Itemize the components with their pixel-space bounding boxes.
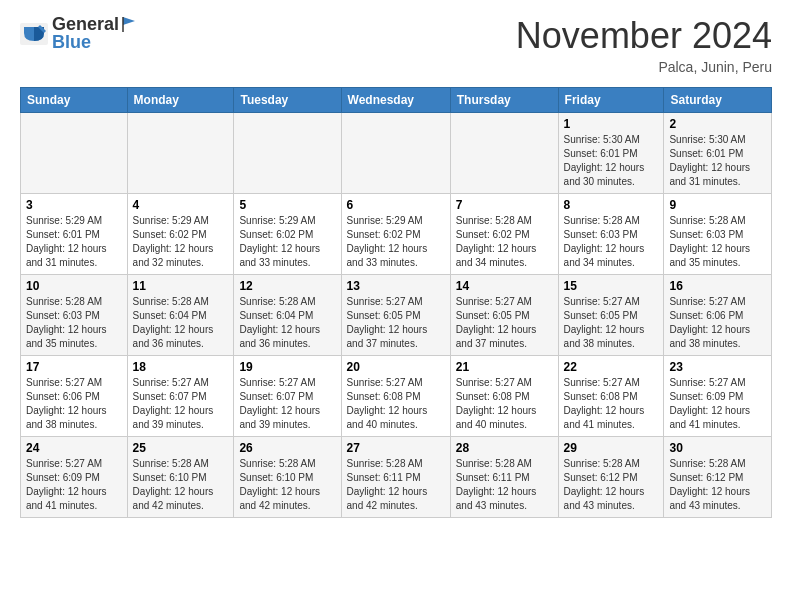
calendar-cell: 22Sunrise: 5:27 AM Sunset: 6:08 PM Dayli… [558,356,664,437]
calendar-cell [341,113,450,194]
day-info: Sunrise: 5:27 AM Sunset: 6:08 PM Dayligh… [564,376,659,432]
calendar-cell: 4Sunrise: 5:29 AM Sunset: 6:02 PM Daylig… [127,194,234,275]
day-number: 14 [456,279,553,293]
calendar-cell [234,113,341,194]
day-number: 9 [669,198,766,212]
calendar-cell: 7Sunrise: 5:28 AM Sunset: 6:02 PM Daylig… [450,194,558,275]
day-info: Sunrise: 5:28 AM Sunset: 6:03 PM Dayligh… [26,295,122,351]
calendar-cell: 13Sunrise: 5:27 AM Sunset: 6:05 PM Dayli… [341,275,450,356]
day-info: Sunrise: 5:30 AM Sunset: 6:01 PM Dayligh… [669,133,766,189]
day-number: 24 [26,441,122,455]
day-info: Sunrise: 5:29 AM Sunset: 6:01 PM Dayligh… [26,214,122,270]
calendar-cell: 25Sunrise: 5:28 AM Sunset: 6:10 PM Dayli… [127,437,234,518]
calendar-cell: 11Sunrise: 5:28 AM Sunset: 6:04 PM Dayli… [127,275,234,356]
day-info: Sunrise: 5:28 AM Sunset: 6:03 PM Dayligh… [669,214,766,270]
day-number: 6 [347,198,445,212]
day-info: Sunrise: 5:28 AM Sunset: 6:10 PM Dayligh… [133,457,229,513]
day-number: 20 [347,360,445,374]
day-info: Sunrise: 5:27 AM Sunset: 6:05 PM Dayligh… [347,295,445,351]
day-number: 27 [347,441,445,455]
day-number: 28 [456,441,553,455]
day-number: 13 [347,279,445,293]
calendar-cell: 28Sunrise: 5:28 AM Sunset: 6:11 PM Dayli… [450,437,558,518]
day-info: Sunrise: 5:29 AM Sunset: 6:02 PM Dayligh… [239,214,335,270]
calendar-week-row: 17Sunrise: 5:27 AM Sunset: 6:06 PM Dayli… [21,356,772,437]
location: Palca, Junin, Peru [516,59,772,75]
day-number: 1 [564,117,659,131]
day-info: Sunrise: 5:28 AM Sunset: 6:11 PM Dayligh… [456,457,553,513]
day-number: 15 [564,279,659,293]
day-of-week-header: Saturday [664,88,772,113]
calendar-cell [127,113,234,194]
day-number: 11 [133,279,229,293]
day-info: Sunrise: 5:27 AM Sunset: 6:09 PM Dayligh… [669,376,766,432]
logo-blue: Blue [52,33,137,53]
calendar-cell: 5Sunrise: 5:29 AM Sunset: 6:02 PM Daylig… [234,194,341,275]
day-of-week-header: Wednesday [341,88,450,113]
day-info: Sunrise: 5:28 AM Sunset: 6:12 PM Dayligh… [669,457,766,513]
day-info: Sunrise: 5:27 AM Sunset: 6:08 PM Dayligh… [347,376,445,432]
day-info: Sunrise: 5:30 AM Sunset: 6:01 PM Dayligh… [564,133,659,189]
calendar-cell: 14Sunrise: 5:27 AM Sunset: 6:05 PM Dayli… [450,275,558,356]
title-section: November 2024 Palca, Junin, Peru [516,15,772,75]
calendar-table: SundayMondayTuesdayWednesdayThursdayFrid… [20,87,772,518]
calendar-cell: 30Sunrise: 5:28 AM Sunset: 6:12 PM Dayli… [664,437,772,518]
calendar-cell [21,113,128,194]
calendar-cell: 24Sunrise: 5:27 AM Sunset: 6:09 PM Dayli… [21,437,128,518]
day-info: Sunrise: 5:29 AM Sunset: 6:02 PM Dayligh… [347,214,445,270]
day-number: 30 [669,441,766,455]
day-number: 23 [669,360,766,374]
logo-flag-icon [121,15,137,33]
day-info: Sunrise: 5:27 AM Sunset: 6:09 PM Dayligh… [26,457,122,513]
day-number: 25 [133,441,229,455]
calendar-cell: 16Sunrise: 5:27 AM Sunset: 6:06 PM Dayli… [664,275,772,356]
day-info: Sunrise: 5:28 AM Sunset: 6:12 PM Dayligh… [564,457,659,513]
day-info: Sunrise: 5:28 AM Sunset: 6:11 PM Dayligh… [347,457,445,513]
logo-text: General Blue [52,15,137,53]
day-info: Sunrise: 5:27 AM Sunset: 6:07 PM Dayligh… [133,376,229,432]
day-number: 3 [26,198,122,212]
calendar-cell: 9Sunrise: 5:28 AM Sunset: 6:03 PM Daylig… [664,194,772,275]
day-number: 5 [239,198,335,212]
day-info: Sunrise: 5:27 AM Sunset: 6:07 PM Dayligh… [239,376,335,432]
calendar-cell: 8Sunrise: 5:28 AM Sunset: 6:03 PM Daylig… [558,194,664,275]
day-info: Sunrise: 5:28 AM Sunset: 6:04 PM Dayligh… [239,295,335,351]
calendar-header-row: SundayMondayTuesdayWednesdayThursdayFrid… [21,88,772,113]
day-number: 21 [456,360,553,374]
calendar-cell [450,113,558,194]
day-number: 7 [456,198,553,212]
month-title: November 2024 [516,15,772,57]
svg-marker-1 [123,17,135,25]
day-info: Sunrise: 5:28 AM Sunset: 6:10 PM Dayligh… [239,457,335,513]
day-number: 17 [26,360,122,374]
day-number: 4 [133,198,229,212]
calendar-week-row: 3Sunrise: 5:29 AM Sunset: 6:01 PM Daylig… [21,194,772,275]
calendar-cell: 17Sunrise: 5:27 AM Sunset: 6:06 PM Dayli… [21,356,128,437]
calendar-cell: 15Sunrise: 5:27 AM Sunset: 6:05 PM Dayli… [558,275,664,356]
calendar-week-row: 10Sunrise: 5:28 AM Sunset: 6:03 PM Dayli… [21,275,772,356]
calendar-week-row: 24Sunrise: 5:27 AM Sunset: 6:09 PM Dayli… [21,437,772,518]
day-number: 29 [564,441,659,455]
calendar-cell: 19Sunrise: 5:27 AM Sunset: 6:07 PM Dayli… [234,356,341,437]
calendar-cell: 12Sunrise: 5:28 AM Sunset: 6:04 PM Dayli… [234,275,341,356]
day-number: 16 [669,279,766,293]
day-info: Sunrise: 5:27 AM Sunset: 6:06 PM Dayligh… [669,295,766,351]
day-number: 18 [133,360,229,374]
day-number: 26 [239,441,335,455]
calendar-cell: 18Sunrise: 5:27 AM Sunset: 6:07 PM Dayli… [127,356,234,437]
calendar-cell: 21Sunrise: 5:27 AM Sunset: 6:08 PM Dayli… [450,356,558,437]
calendar-cell: 10Sunrise: 5:28 AM Sunset: 6:03 PM Dayli… [21,275,128,356]
page-header: General Blue November 2024 Palca, Junin,… [20,15,772,75]
day-info: Sunrise: 5:28 AM Sunset: 6:02 PM Dayligh… [456,214,553,270]
day-of-week-header: Friday [558,88,664,113]
calendar-cell: 6Sunrise: 5:29 AM Sunset: 6:02 PM Daylig… [341,194,450,275]
day-number: 22 [564,360,659,374]
logo-icon [20,23,48,45]
page-container: General Blue November 2024 Palca, Junin,… [0,0,792,528]
day-of-week-header: Thursday [450,88,558,113]
day-info: Sunrise: 5:27 AM Sunset: 6:05 PM Dayligh… [456,295,553,351]
day-of-week-header: Monday [127,88,234,113]
logo: General Blue [20,15,137,53]
day-number: 8 [564,198,659,212]
day-of-week-header: Sunday [21,88,128,113]
